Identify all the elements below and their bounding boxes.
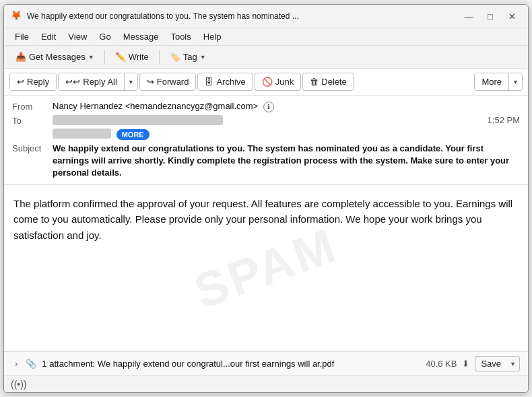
titlebar: 🦊 We happily extend our congratulations …: [4, 5, 528, 28]
toolbar-separator-2: [159, 50, 160, 65]
write-label: Write: [129, 52, 149, 62]
reply-all-label: Reply All: [83, 77, 117, 87]
close-button[interactable]: ✕: [502, 9, 521, 24]
menu-file[interactable]: File: [9, 30, 34, 44]
more-button[interactable]: More: [475, 73, 508, 90]
body-text: The platform confirmed the approval of y…: [13, 196, 519, 243]
menu-tools[interactable]: Tools: [165, 30, 196, 44]
email-body: SPAM The platform confirmed the approval…: [4, 185, 528, 351]
menu-help[interactable]: Help: [198, 30, 227, 44]
window-title: We happily extend our congratulations to…: [27, 11, 299, 21]
to-line-2: MORE: [53, 128, 482, 140]
reply-button-split: ↩ Reply: [9, 73, 57, 91]
save-button[interactable]: Save: [475, 356, 506, 371]
write-icon: ✏️: [115, 52, 126, 62]
maximize-button[interactable]: □: [481, 9, 500, 24]
tag-icon: 🏷️: [170, 52, 180, 62]
reply-icon: ↩: [17, 77, 24, 87]
junk-label: Junk: [275, 77, 294, 87]
reply-label: Reply: [27, 77, 49, 87]
menu-edit[interactable]: Edit: [36, 30, 61, 44]
to-value-container: MORE: [53, 115, 482, 140]
reply-all-button-split: ↩↩ Reply All ▼: [58, 73, 138, 91]
forward-icon: ↪: [147, 77, 154, 87]
toolbar: 📥 Get Messages ▼ ✏️ Write 🏷️ Tag ▼: [4, 46, 528, 69]
actionbar: ↩ Reply ↩↩ Reply All ▼ ↪ Forward 🗄 Archi…: [4, 69, 528, 96]
tag-label: Tag: [183, 52, 197, 62]
menubar: File Edit View Go Message Tools Help: [4, 28, 528, 46]
delete-label: Delete: [321, 77, 347, 87]
reply-all-icon: ↩↩: [65, 77, 80, 87]
to-label: To: [12, 115, 47, 126]
attachment-bar: › 📎 1 attachment: We happily extend our …: [4, 351, 528, 375]
get-messages-arrow[interactable]: ▼: [88, 54, 94, 61]
attachment-filename: We happily extend our congratul...our fi…: [98, 359, 335, 369]
save-dropdown-arrow[interactable]: ▼: [506, 356, 520, 371]
to-row: To MORE 1:52 PM: [12, 115, 520, 140]
from-row: From Nancy Hernandez <hernandeznancygz@g…: [12, 101, 520, 112]
to-blurred-1: [53, 115, 223, 125]
junk-button[interactable]: 🚫 Junk: [255, 73, 301, 91]
attachment-label: 1 attachment: We happily extend our cong…: [42, 359, 420, 369]
tag-arrow[interactable]: ▼: [200, 54, 206, 61]
menu-message[interactable]: Message: [118, 30, 164, 44]
archive-label: Archive: [216, 77, 245, 87]
archive-button[interactable]: 🗄 Archive: [197, 73, 253, 91]
forward-button[interactable]: ↪ Forward: [139, 73, 197, 91]
get-messages-label: Get Messages: [29, 52, 86, 62]
app-icon: 🦊: [11, 10, 23, 22]
subject-text: We happily extend our congratulations to…: [53, 143, 520, 180]
write-button[interactable]: ✏️ Write: [109, 48, 155, 65]
email-time: 1:52 PM: [488, 115, 520, 125]
more-dropdown[interactable]: ▼: [508, 73, 522, 90]
paperclip-icon: 📎: [26, 359, 36, 369]
get-messages-icon: 📥: [15, 52, 26, 62]
menu-go[interactable]: Go: [94, 30, 116, 44]
more-label: More: [481, 77, 502, 87]
from-email: <hernandeznancygz@gmail.com>: [125, 101, 258, 111]
to-line-1: [53, 115, 482, 125]
statusbar: ((•)): [4, 375, 528, 392]
minimize-button[interactable]: —: [459, 9, 478, 24]
to-blurred-2: [53, 129, 111, 139]
delete-button[interactable]: 🗑 Delete: [302, 73, 354, 91]
attachment-expand-button[interactable]: ›: [12, 357, 20, 370]
subject-label: Subject: [12, 143, 47, 153]
subject-row: Subject We happily extend our congratula…: [12, 143, 520, 180]
email-header: From Nancy Hernandez <hernandeznancygz@g…: [4, 96, 528, 185]
save-button-wrap: Save ▼: [475, 356, 520, 371]
download-icon: ⬇: [462, 359, 469, 369]
more-button-split: More ▼: [474, 73, 523, 91]
signal-icon: ((•)): [11, 379, 27, 390]
junk-icon: 🚫: [262, 77, 273, 87]
archive-icon: 🗄: [205, 77, 213, 87]
delete-icon: 🗑: [310, 77, 319, 87]
reply-all-dropdown[interactable]: ▼: [124, 73, 137, 90]
toolbar-separator: [104, 50, 105, 65]
reply-button[interactable]: ↩ Reply: [10, 73, 56, 90]
contact-info-icon[interactable]: ℹ: [263, 102, 274, 112]
forward-label: Forward: [157, 77, 189, 87]
window-controls: — □ ✕: [459, 9, 521, 24]
titlebar-left: 🦊 We happily extend our congratulations …: [11, 10, 459, 22]
from-value: Nancy Hernandez <hernandeznancygz@gmail.…: [53, 101, 520, 112]
from-name: Nancy Hernandez: [53, 101, 123, 111]
email-window: 🦊 We happily extend our congratulations …: [3, 4, 529, 393]
from-label: From: [12, 101, 47, 112]
menu-view[interactable]: View: [63, 30, 92, 44]
reply-all-button[interactable]: ↩↩ Reply All: [59, 73, 124, 90]
attachment-count: 1 attachment:: [42, 359, 95, 369]
tag-button[interactable]: 🏷️ Tag ▼: [164, 48, 212, 65]
attachment-size: 40.6 KB: [426, 359, 457, 369]
get-messages-button[interactable]: 📥 Get Messages ▼: [9, 48, 100, 65]
more-badge[interactable]: MORE: [117, 129, 149, 140]
